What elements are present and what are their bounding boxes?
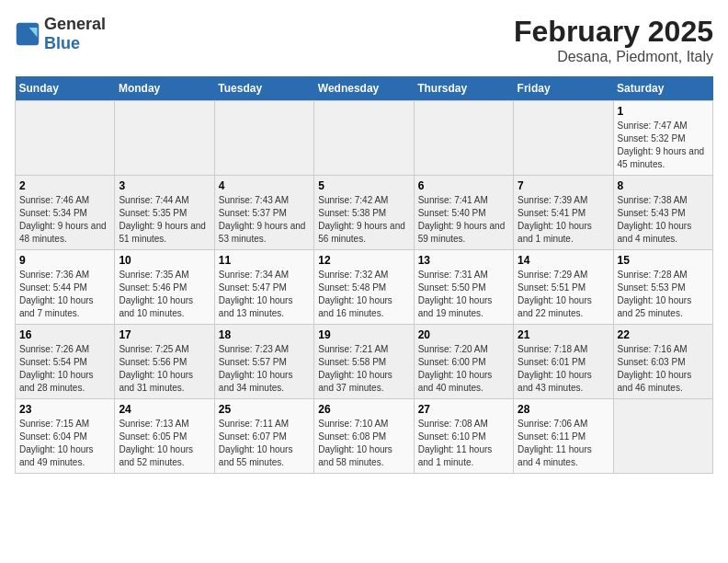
day-header-saturday: Saturday: [613, 76, 712, 101]
day-info: Sunrise: 7:31 AM Sunset: 5:50 PM Dayligh…: [418, 269, 509, 320]
day-number: 1: [618, 105, 709, 118]
calendar-cell: 26Sunrise: 7:10 AM Sunset: 6:08 PM Dayli…: [314, 399, 414, 474]
day-info: Sunrise: 7:21 AM Sunset: 5:58 PM Dayligh…: [318, 343, 409, 395]
day-info: Sunrise: 7:15 AM Sunset: 6:04 PM Dayligh…: [19, 418, 110, 469]
header-row: SundayMondayTuesdayWednesdayThursdayFrid…: [16, 76, 713, 101]
day-number: 9: [19, 254, 110, 267]
day-number: 8: [618, 179, 709, 192]
day-info: Sunrise: 7:11 AM Sunset: 6:07 PM Dayligh…: [219, 418, 310, 469]
week-row-0: 1Sunrise: 7:47 AM Sunset: 5:32 PM Daylig…: [16, 101, 713, 176]
day-number: 5: [318, 179, 409, 192]
calendar-cell: 19Sunrise: 7:21 AM Sunset: 5:58 PM Dayli…: [314, 325, 414, 399]
calendar-cell: 12Sunrise: 7:32 AM Sunset: 5:48 PM Dayli…: [314, 250, 414, 325]
day-number: 13: [418, 254, 509, 267]
day-header-wednesday: Wednesday: [314, 76, 414, 101]
header: General Blue February 2025 Desana, Piedm…: [15, 15, 713, 65]
logo-blue-text: Blue: [44, 34, 106, 53]
day-number: 7: [518, 179, 609, 192]
day-info: Sunrise: 7:10 AM Sunset: 6:08 PM Dayligh…: [318, 418, 409, 469]
day-info: Sunrise: 7:35 AM Sunset: 5:46 PM Dayligh…: [119, 269, 210, 320]
title-area: February 2025 Desana, Piedmont, Italy: [514, 15, 713, 65]
calendar-cell: 23Sunrise: 7:15 AM Sunset: 6:04 PM Dayli…: [16, 399, 115, 474]
calendar-cell: 14Sunrise: 7:29 AM Sunset: 5:51 PM Dayli…: [514, 250, 613, 325]
calendar-cell: 17Sunrise: 7:25 AM Sunset: 5:56 PM Dayli…: [115, 325, 214, 399]
day-number: 12: [318, 254, 409, 267]
calendar-cell: 5Sunrise: 7:42 AM Sunset: 5:38 PM Daylig…: [314, 176, 414, 250]
calendar: SundayMondayTuesdayWednesdayThursdayFrid…: [15, 76, 713, 474]
day-number: 26: [318, 403, 409, 416]
day-info: Sunrise: 7:46 AM Sunset: 5:34 PM Dayligh…: [19, 194, 110, 246]
day-info: Sunrise: 7:43 AM Sunset: 5:37 PM Dayligh…: [219, 194, 310, 246]
day-info: Sunrise: 7:29 AM Sunset: 5:51 PM Dayligh…: [518, 269, 609, 320]
day-info: Sunrise: 7:39 AM Sunset: 5:41 PM Dayligh…: [518, 194, 609, 246]
day-info: Sunrise: 7:47 AM Sunset: 5:32 PM Dayligh…: [618, 120, 709, 171]
calendar-cell: 11Sunrise: 7:34 AM Sunset: 5:47 PM Dayli…: [214, 250, 313, 325]
location-text: Desana, Piedmont, Italy: [514, 49, 713, 65]
day-number: 19: [318, 328, 409, 341]
calendar-cell: 7Sunrise: 7:39 AM Sunset: 5:41 PM Daylig…: [514, 176, 613, 250]
calendar-cell: 15Sunrise: 7:28 AM Sunset: 5:53 PM Dayli…: [613, 250, 712, 325]
day-info: Sunrise: 7:41 AM Sunset: 5:40 PM Dayligh…: [418, 194, 509, 246]
day-info: Sunrise: 7:16 AM Sunset: 6:03 PM Dayligh…: [618, 343, 709, 395]
calendar-header: SundayMondayTuesdayWednesdayThursdayFrid…: [16, 76, 713, 101]
calendar-cell: 1Sunrise: 7:47 AM Sunset: 5:32 PM Daylig…: [613, 101, 712, 176]
calendar-cell: 2Sunrise: 7:46 AM Sunset: 5:34 PM Daylig…: [16, 176, 115, 250]
calendar-cell: 9Sunrise: 7:36 AM Sunset: 5:44 PM Daylig…: [16, 250, 115, 325]
day-number: 24: [119, 403, 210, 416]
day-number: 17: [119, 328, 210, 341]
day-info: Sunrise: 7:26 AM Sunset: 5:54 PM Dayligh…: [19, 343, 110, 395]
day-info: Sunrise: 7:08 AM Sunset: 6:10 PM Dayligh…: [418, 418, 509, 469]
week-row-2: 9Sunrise: 7:36 AM Sunset: 5:44 PM Daylig…: [16, 250, 713, 325]
calendar-body: 1Sunrise: 7:47 AM Sunset: 5:32 PM Daylig…: [16, 101, 713, 474]
day-number: 14: [518, 254, 609, 267]
calendar-cell: [314, 101, 414, 176]
logo-text: General Blue: [44, 15, 106, 53]
day-info: Sunrise: 7:13 AM Sunset: 6:05 PM Dayligh…: [119, 418, 210, 469]
day-number: 27: [418, 403, 509, 416]
day-info: Sunrise: 7:44 AM Sunset: 5:35 PM Dayligh…: [119, 194, 210, 246]
day-number: 4: [219, 179, 310, 192]
calendar-cell: 18Sunrise: 7:23 AM Sunset: 5:57 PM Dayli…: [214, 325, 313, 399]
calendar-cell: 24Sunrise: 7:13 AM Sunset: 6:05 PM Dayli…: [115, 399, 214, 474]
day-header-sunday: Sunday: [16, 76, 115, 101]
day-number: 21: [518, 328, 609, 341]
calendar-cell: 20Sunrise: 7:20 AM Sunset: 6:00 PM Dayli…: [414, 325, 513, 399]
day-number: 6: [418, 179, 509, 192]
day-info: Sunrise: 7:38 AM Sunset: 5:43 PM Dayligh…: [618, 194, 709, 246]
day-info: Sunrise: 7:18 AM Sunset: 6:01 PM Dayligh…: [518, 343, 609, 395]
calendar-cell: 22Sunrise: 7:16 AM Sunset: 6:03 PM Dayli…: [613, 325, 712, 399]
calendar-cell: [514, 101, 613, 176]
calendar-cell: 16Sunrise: 7:26 AM Sunset: 5:54 PM Dayli…: [16, 325, 115, 399]
day-number: 28: [518, 403, 609, 416]
day-info: Sunrise: 7:20 AM Sunset: 6:00 PM Dayligh…: [418, 343, 509, 395]
day-info: Sunrise: 7:06 AM Sunset: 6:11 PM Dayligh…: [518, 418, 609, 469]
logo: General Blue: [15, 15, 106, 53]
day-info: Sunrise: 7:23 AM Sunset: 5:57 PM Dayligh…: [219, 343, 310, 395]
day-number: 3: [119, 179, 210, 192]
logo-general-text: General: [44, 15, 106, 34]
week-row-4: 23Sunrise: 7:15 AM Sunset: 6:04 PM Dayli…: [16, 399, 713, 474]
calendar-cell: 21Sunrise: 7:18 AM Sunset: 6:01 PM Dayli…: [514, 325, 613, 399]
day-number: 11: [219, 254, 310, 267]
calendar-cell: 6Sunrise: 7:41 AM Sunset: 5:40 PM Daylig…: [414, 176, 513, 250]
calendar-cell: 3Sunrise: 7:44 AM Sunset: 5:35 PM Daylig…: [115, 176, 214, 250]
calendar-cell: 27Sunrise: 7:08 AM Sunset: 6:10 PM Dayli…: [414, 399, 513, 474]
day-header-monday: Monday: [115, 76, 214, 101]
week-row-1: 2Sunrise: 7:46 AM Sunset: 5:34 PM Daylig…: [16, 176, 713, 250]
day-number: 15: [618, 254, 709, 267]
calendar-cell: 25Sunrise: 7:11 AM Sunset: 6:07 PM Dayli…: [214, 399, 313, 474]
day-header-friday: Friday: [514, 76, 613, 101]
calendar-cell: [214, 101, 313, 176]
day-info: Sunrise: 7:42 AM Sunset: 5:38 PM Dayligh…: [318, 194, 409, 246]
day-info: Sunrise: 7:32 AM Sunset: 5:48 PM Dayligh…: [318, 269, 409, 320]
month-title: February 2025: [514, 15, 713, 49]
day-number: 2: [19, 179, 110, 192]
calendar-cell: 28Sunrise: 7:06 AM Sunset: 6:11 PM Dayli…: [514, 399, 613, 474]
day-number: 25: [219, 403, 310, 416]
day-number: 10: [119, 254, 210, 267]
week-row-3: 16Sunrise: 7:26 AM Sunset: 5:54 PM Dayli…: [16, 325, 713, 399]
day-info: Sunrise: 7:34 AM Sunset: 5:47 PM Dayligh…: [219, 269, 310, 320]
calendar-cell: [414, 101, 513, 176]
logo-icon: [15, 21, 40, 47]
day-number: 23: [19, 403, 110, 416]
